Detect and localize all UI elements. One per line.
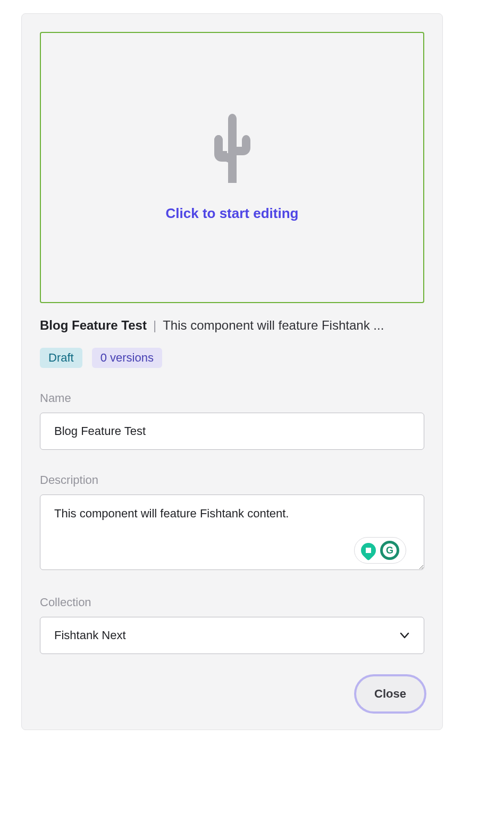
collection-select-wrap: Fishtank Next <box>40 617 424 654</box>
grammarly-widget[interactable]: G <box>354 537 406 564</box>
preview-cta-text: Click to start editing <box>166 205 299 222</box>
status-badge-versions: 0 versions <box>92 348 162 368</box>
editor-panel: Click to start editing Blog Feature Test… <box>21 13 443 730</box>
chevron-down-icon <box>399 630 410 641</box>
dialog-actions: Close <box>40 676 424 711</box>
cactus-icon <box>208 114 257 185</box>
component-header: Blog Feature Test | This component will … <box>40 318 424 333</box>
component-title: Blog Feature Test <box>40 318 147 333</box>
collection-select[interactable]: Fishtank Next <box>40 617 424 654</box>
description-label: Description <box>40 473 424 487</box>
collection-selected-value: Fishtank Next <box>54 629 126 642</box>
title-separator: | <box>153 318 156 333</box>
description-wrap: G <box>40 495 424 572</box>
preview-area[interactable]: Click to start editing <box>40 32 424 303</box>
name-input[interactable] <box>40 413 424 450</box>
status-badges: Draft 0 versions <box>40 348 424 368</box>
status-badge-draft: Draft <box>40 348 82 368</box>
name-label: Name <box>40 391 424 405</box>
close-button[interactable]: Close <box>356 676 424 711</box>
component-description-preview: This component will feature Fishtank ... <box>163 318 384 333</box>
grammarly-icon: G <box>380 541 399 560</box>
collection-label: Collection <box>40 596 424 609</box>
lightbulb-icon <box>358 540 379 561</box>
